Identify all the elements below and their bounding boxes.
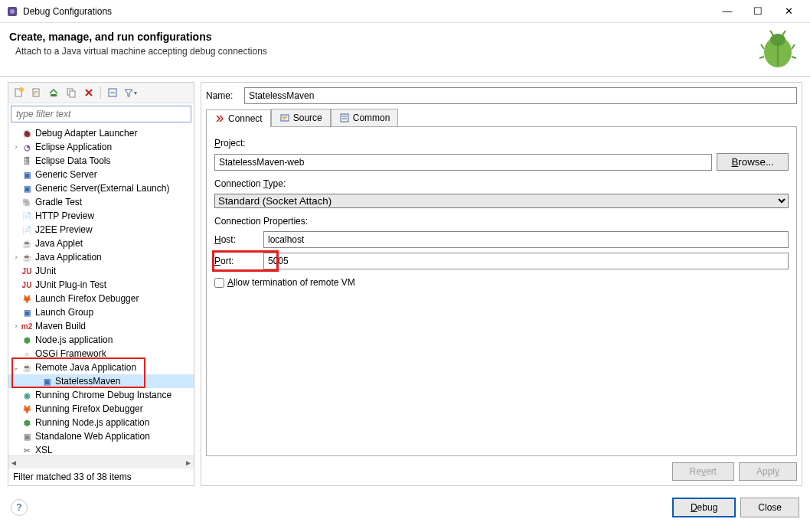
tree-item-label: Node.js application bbox=[35, 335, 113, 345]
tree-item-label: Generic Server bbox=[35, 169, 97, 180]
scroll-left-icon[interactable]: ◄ bbox=[10, 459, 18, 467]
apply-button[interactable]: Apply bbox=[739, 462, 797, 481]
tree-item-generic-server[interactable]: ▣Generic Server bbox=[8, 168, 194, 181]
tree-item-eclipse-application[interactable]: ›◔Eclipse Application bbox=[8, 140, 194, 154]
minimize-button[interactable]: — bbox=[712, 1, 743, 22]
host-input[interactable] bbox=[263, 231, 789, 248]
tree-item-label: JUnit Plug-in Test bbox=[35, 279, 106, 290]
expand-icon[interactable]: › bbox=[11, 143, 21, 151]
tree-item-statelessmaven[interactable]: ▣StatelessMaven bbox=[8, 374, 194, 388]
new-proto-button[interactable]: P bbox=[28, 85, 44, 100]
common-icon bbox=[339, 113, 350, 123]
tree-item-node-js-application[interactable]: ⬢Node.js application bbox=[8, 333, 194, 347]
export-button[interactable] bbox=[46, 85, 61, 100]
expand-icon[interactable]: › bbox=[11, 253, 21, 261]
svg-rect-15 bbox=[51, 94, 57, 96]
connection-type-select[interactable]: Standard (Socket Attach) bbox=[214, 194, 789, 208]
close-window-button[interactable]: ✕ bbox=[773, 1, 804, 22]
tree-item-osgi-framework[interactable]: ○OSGi Framework bbox=[8, 347, 194, 361]
dialog-header: Create, manage, and run configurations A… bbox=[0, 23, 810, 77]
tree-item-maven-build[interactable]: ›m2Maven Build bbox=[8, 319, 194, 333]
tree-item-label: Eclipse Application bbox=[35, 142, 112, 152]
tree-item-label: Launch Firefox Debugger bbox=[35, 293, 139, 304]
expand-icon[interactable]: › bbox=[11, 322, 21, 330]
svg-rect-17 bbox=[70, 91, 75, 97]
tree-item-running-node-js-application[interactable]: ⬢Running Node.js application bbox=[8, 416, 194, 429]
tab-common[interactable]: Common bbox=[331, 109, 399, 126]
tree-item-junit[interactable]: JUJUnit bbox=[8, 264, 194, 278]
tree-item-label: Running Node.js application bbox=[35, 417, 149, 428]
tree-item-debug-adapter-launcher[interactable]: 🐞Debug Adapter Launcher bbox=[8, 126, 194, 140]
tree-item-label: HTTP Preview bbox=[35, 211, 94, 221]
remote-java-icon: ☕ bbox=[21, 361, 33, 374]
http-icon: 📄 bbox=[21, 210, 33, 222]
main-content: P ▾ 🐞Debug Adapter Launcher›◔Eclipse App… bbox=[0, 77, 810, 491]
collapse-all-button[interactable] bbox=[105, 85, 120, 100]
junit-plugin-icon: JU bbox=[21, 279, 33, 291]
tree-item-label: JUnit bbox=[35, 266, 56, 276]
tree-item-label: OSGi Framework bbox=[35, 348, 106, 359]
port-label: Port: bbox=[214, 256, 263, 266]
debug-button[interactable]: Debug bbox=[672, 498, 736, 517]
close-button[interactable]: Close bbox=[740, 498, 799, 517]
duplicate-button[interactable] bbox=[64, 85, 79, 100]
db-icon: 🗄 bbox=[21, 155, 33, 167]
svg-line-5 bbox=[761, 44, 764, 49]
java-cfg-icon: ▣ bbox=[41, 375, 53, 387]
new-config-button[interactable] bbox=[11, 85, 26, 100]
node-icon: ⬢ bbox=[21, 334, 33, 346]
browse-button[interactable]: Browse... bbox=[717, 153, 789, 171]
tree-item-launch-group[interactable]: ▣Launch Group bbox=[8, 305, 194, 319]
expand-icon[interactable]: ⌄ bbox=[11, 364, 21, 371]
tree-item-launch-firefox-debugger[interactable]: 🦊Launch Firefox Debugger bbox=[8, 292, 194, 305]
tree-item-standalone-web-application[interactable]: ▣Standalone Web Application bbox=[8, 429, 194, 443]
tree-item-running-chrome-debug-instance[interactable]: ◉Running Chrome Debug Instance bbox=[8, 388, 194, 402]
project-label: roject: bbox=[220, 138, 246, 149]
tab-source-label: Source bbox=[293, 113, 322, 123]
osgi-icon: ○ bbox=[21, 348, 33, 360]
config-detail-panel: Name: Connect Source Common Project: Bro… bbox=[201, 82, 802, 486]
tab-connect-label: Connect bbox=[228, 113, 263, 124]
filter-button[interactable]: ▾ bbox=[122, 85, 138, 100]
tree-item-gradle-test[interactable]: 🐘Gradle Test bbox=[8, 195, 194, 209]
config-list-panel: P ▾ 🐞Debug Adapter Launcher›◔Eclipse App… bbox=[8, 82, 194, 486]
tree-item-label: Java Application bbox=[35, 252, 102, 263]
filter-status: Filter matched 33 of 38 items bbox=[8, 468, 194, 485]
project-input[interactable] bbox=[214, 154, 712, 171]
help-button[interactable]: ? bbox=[11, 499, 28, 516]
tab-source[interactable]: Source bbox=[271, 109, 331, 126]
tree-item-running-firefox-debugger[interactable]: 🦊Running Firefox Debugger bbox=[8, 402, 194, 416]
tree-item-java-applet[interactable]: ☕Java Applet bbox=[8, 237, 194, 250]
maximize-button[interactable]: ☐ bbox=[743, 1, 773, 22]
horizontal-scrollbar[interactable]: ◄ ► bbox=[8, 455, 194, 468]
tree-item-label: J2EE Preview bbox=[35, 224, 93, 235]
tree-item-label: Launch Group bbox=[35, 307, 93, 318]
tree-item-junit-plug-in-test[interactable]: JUJUnit Plug-in Test bbox=[8, 278, 194, 292]
connection-type-label: Connection Type: bbox=[214, 178, 789, 189]
allow-termination-checkbox[interactable] bbox=[214, 278, 224, 288]
revert-button[interactable]: Revert bbox=[672, 462, 734, 481]
tree-item-generic-server-external-launch-[interactable]: ▣Generic Server(External Launch) bbox=[8, 181, 194, 195]
svg-rect-23 bbox=[341, 114, 348, 122]
scroll-right-icon[interactable]: ► bbox=[185, 459, 192, 467]
name-input[interactable] bbox=[244, 87, 797, 104]
tree-item-eclipse-data-tools[interactable]: 🗄Eclipse Data Tools bbox=[8, 154, 194, 168]
tab-connect[interactable]: Connect bbox=[206, 109, 271, 127]
tree-item-java-application[interactable]: ›☕Java Application bbox=[8, 250, 194, 264]
firefox-icon: 🦊 bbox=[21, 292, 33, 305]
maven-icon: m2 bbox=[21, 320, 33, 332]
connect-icon bbox=[214, 113, 225, 124]
config-tree[interactable]: 🐞Debug Adapter Launcher›◔Eclipse Applica… bbox=[8, 125, 194, 455]
svg-line-6 bbox=[792, 44, 795, 49]
tree-item-http-preview[interactable]: 📄HTTP Preview bbox=[8, 209, 194, 223]
delete-button[interactable] bbox=[81, 85, 96, 100]
tree-item-remote-java-application[interactable]: ⌄☕Remote Java Application bbox=[8, 361, 194, 374]
port-input[interactable] bbox=[263, 253, 789, 269]
svg-line-8 bbox=[792, 57, 796, 58]
filter-input[interactable] bbox=[11, 106, 191, 122]
tree-item-xsl[interactable]: ✂XSL bbox=[8, 443, 194, 455]
tree-item-j2ee-preview[interactable]: 📄J2EE Preview bbox=[8, 223, 194, 237]
name-label: Name: bbox=[206, 90, 244, 101]
chrome-icon: ◉ bbox=[21, 389, 33, 401]
dialog-title: Create, manage, and run configurations bbox=[9, 31, 801, 43]
